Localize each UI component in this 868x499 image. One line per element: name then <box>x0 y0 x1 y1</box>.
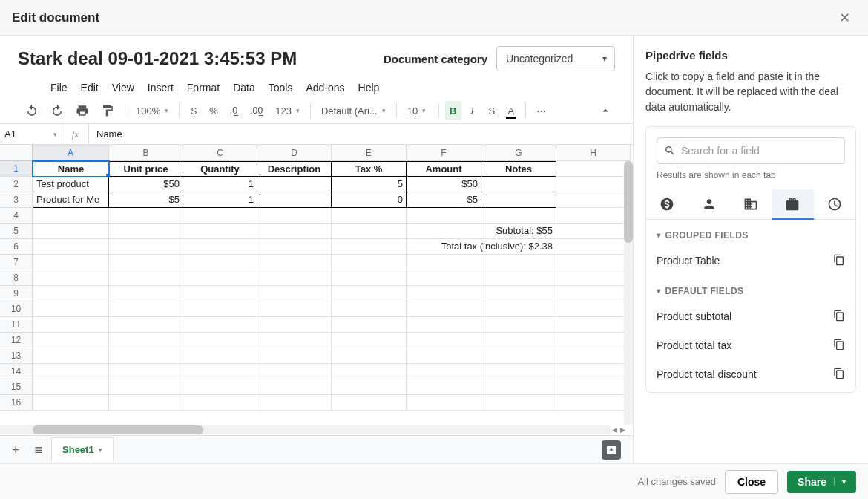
cell-C1[interactable]: Quantity <box>183 161 257 177</box>
cell-H3[interactable] <box>556 192 631 208</box>
italic-button[interactable]: I <box>464 101 481 120</box>
fx-icon[interactable]: fx <box>62 124 89 144</box>
cell-D16[interactable] <box>257 395 332 411</box>
col-header-H[interactable]: H <box>556 145 631 161</box>
cell-H15[interactable] <box>556 379 631 395</box>
row-header-11[interactable]: 11 <box>0 317 33 333</box>
add-sheet-button[interactable]: + <box>6 439 26 461</box>
cell-G1[interactable]: Notes <box>481 161 556 177</box>
cell-C2[interactable]: 1 <box>183 177 257 192</box>
cell-C5[interactable] <box>183 224 257 239</box>
cell-C14[interactable] <box>183 364 257 379</box>
cell-E7[interactable] <box>332 255 407 270</box>
cell-D2[interactable] <box>257 177 332 192</box>
cell-F4[interactable] <box>407 208 481 224</box>
category-select[interactable]: Uncategorized <box>496 46 615 71</box>
cell-A8[interactable] <box>33 270 109 286</box>
horizontal-scrollbar[interactable] <box>0 425 611 434</box>
cell-D14[interactable] <box>257 364 332 379</box>
copy-icon[interactable] <box>833 310 845 324</box>
cell-C10[interactable] <box>183 301 257 317</box>
menu-format[interactable]: Format <box>187 82 220 94</box>
col-header-F[interactable]: F <box>407 145 481 161</box>
formula-input[interactable]: Name <box>89 128 130 140</box>
percent-icon[interactable]: % <box>205 101 223 120</box>
more-tools-icon[interactable]: ⋯ <box>532 101 550 120</box>
cell-H14[interactable] <box>556 364 631 379</box>
menu-edit[interactable]: Edit <box>81 82 99 94</box>
decrease-decimal-icon[interactable]: .0̲ <box>226 101 243 120</box>
cell-E14[interactable] <box>332 364 407 379</box>
undo-icon[interactable] <box>21 101 43 120</box>
menu-insert[interactable]: Insert <box>148 82 174 94</box>
row-header-10[interactable]: 10 <box>0 301 33 317</box>
cell-H6[interactable] <box>556 239 631 255</box>
cell-H2[interactable] <box>556 177 631 192</box>
select-all-cell[interactable] <box>0 145 33 161</box>
cell-G13[interactable] <box>481 348 556 364</box>
cell-E6[interactable] <box>332 239 407 255</box>
cell-G16[interactable] <box>481 395 556 411</box>
print-icon[interactable] <box>71 101 93 120</box>
cell-reference[interactable]: A1 <box>0 124 62 144</box>
col-header-E[interactable]: E <box>332 145 407 161</box>
tab-organization[interactable] <box>730 189 772 219</box>
scroll-right-icon[interactable]: ▶ <box>619 426 627 434</box>
cell-B3[interactable]: $5 <box>109 192 183 208</box>
cell-H10[interactable] <box>556 301 631 317</box>
menu-add-ons[interactable]: Add-ons <box>306 82 344 94</box>
cell-H1[interactable] <box>556 161 631 177</box>
cell-F16[interactable] <box>407 395 481 411</box>
bold-button[interactable]: B <box>445 101 461 120</box>
cell-D4[interactable] <box>257 208 332 224</box>
cell-H16[interactable] <box>556 395 631 411</box>
cell-C15[interactable] <box>183 379 257 395</box>
cell-F7[interactable] <box>407 255 481 270</box>
row-header-3[interactable]: 3 <box>0 192 33 208</box>
cell-D5[interactable] <box>257 224 332 239</box>
row-header-1[interactable]: 1 <box>0 161 33 177</box>
menu-data[interactable]: Data <box>233 82 255 94</box>
row-header-12[interactable]: 12 <box>0 333 33 348</box>
zoom-select[interactable]: 100% <box>131 105 173 117</box>
collapse-toolbar-icon[interactable] <box>594 101 627 120</box>
cell-B6[interactable] <box>109 239 183 255</box>
cell-H9[interactable] <box>556 286 631 301</box>
cell-E16[interactable] <box>332 395 407 411</box>
field-row[interactable]: Product subtotal <box>646 302 855 331</box>
cell-A2[interactable]: Test product <box>33 177 109 192</box>
document-title[interactable]: Stark deal 09-01-2021 3:45:53 PM <box>18 48 297 69</box>
explore-button[interactable] <box>602 440 621 460</box>
cell-D8[interactable] <box>257 270 332 286</box>
default-fields-header[interactable]: DEFAULT FIELDS <box>646 275 855 302</box>
row-header-16[interactable]: 16 <box>0 395 33 411</box>
cell-E8[interactable] <box>332 270 407 286</box>
cell-E9[interactable] <box>332 286 407 301</box>
col-header-B[interactable]: B <box>109 145 183 161</box>
cell-C3[interactable]: 1 <box>183 192 257 208</box>
cell-E1[interactable]: Tax % <box>332 161 407 177</box>
cell-A16[interactable] <box>33 395 109 411</box>
menu-view[interactable]: View <box>112 82 134 94</box>
cell-F2[interactable]: $50 <box>407 177 481 192</box>
cell-A6[interactable] <box>33 239 109 255</box>
cell-F12[interactable] <box>407 333 481 348</box>
cell-A7[interactable] <box>33 255 109 270</box>
cell-E10[interactable] <box>332 301 407 317</box>
cell-B10[interactable] <box>109 301 183 317</box>
row-header-6[interactable]: 6 <box>0 239 33 255</box>
field-search-input[interactable] <box>657 137 845 164</box>
cell-A13[interactable] <box>33 348 109 364</box>
cell-C16[interactable] <box>183 395 257 411</box>
cell-F14[interactable] <box>407 364 481 379</box>
cell-H13[interactable] <box>556 348 631 364</box>
cell-A11[interactable] <box>33 317 109 333</box>
cell-D13[interactable] <box>257 348 332 364</box>
col-header-D[interactable]: D <box>257 145 332 161</box>
cell-G5[interactable]: Subtotal: $55 <box>481 224 556 239</box>
col-header-C[interactable]: C <box>183 145 257 161</box>
cell-C12[interactable] <box>183 333 257 348</box>
cell-H8[interactable] <box>556 270 631 286</box>
cell-G4[interactable] <box>481 208 556 224</box>
cell-B8[interactable] <box>109 270 183 286</box>
